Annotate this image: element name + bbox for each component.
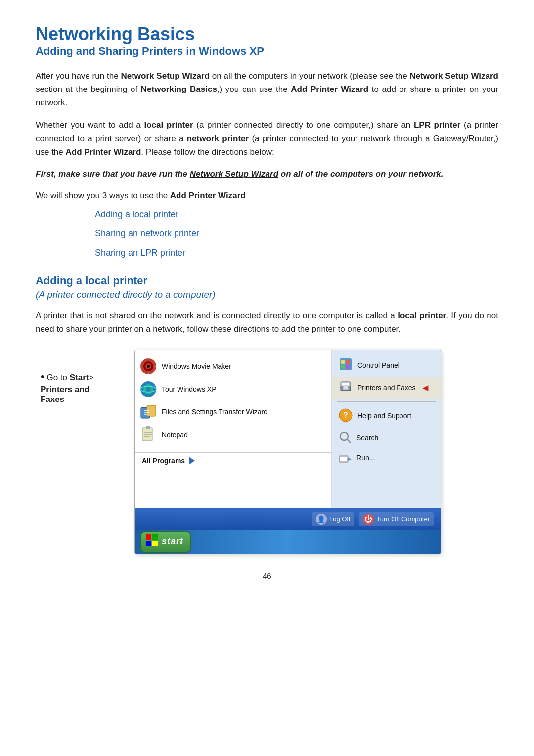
para2-b2: LPR printer: [414, 120, 460, 130]
notice-underline: Network Setup Wizard: [190, 169, 278, 178]
svg-point-28: [340, 432, 348, 440]
tour-icon: [140, 381, 157, 398]
run-icon: [339, 452, 352, 464]
page-number: 46: [36, 572, 498, 581]
page-subtitle: Adding and Sharing Printers in Windows X…: [36, 45, 498, 58]
intro-paragraph-1: After you have run the Network Setup Wiz…: [36, 69, 498, 110]
tour-label: Tour Windows XP: [162, 385, 216, 394]
menu-right-search[interactable]: Search: [332, 427, 441, 448]
run-label: Run...: [356, 454, 375, 462]
section2-body: A printer that is not shared on the netw…: [36, 309, 498, 336]
turn-off-button[interactable]: ⏻ Turn Off Computer: [359, 512, 434, 526]
start-button[interactable]: start: [140, 531, 191, 553]
menu-left-panel: Windows Movie Maker Tour Windows XP: [135, 350, 332, 508]
para1-mid3: ,) you can use the: [217, 85, 291, 94]
para2-b1: local printer: [144, 120, 193, 130]
para1-mid: on all the computers in your network (pl…: [210, 71, 410, 81]
start-menu-body: Windows Movie Maker Tour Windows XP: [135, 350, 441, 508]
taskbar-bottom-buttons: 👤 Log Off ⏻ Turn Off Computer: [135, 508, 441, 530]
svg-text:?: ?: [343, 411, 348, 419]
svg-rect-17: [341, 360, 345, 364]
para1-text: After you have run the: [36, 71, 121, 81]
para2-b4: Add Printer Wizard: [66, 147, 141, 157]
help-icon: ?: [339, 408, 353, 424]
transfer-icon: [140, 403, 157, 420]
section2-body-text: A printer that is not shared on the netw…: [36, 311, 398, 320]
printers-faxes-label: Printers and Faxes: [357, 384, 416, 392]
svg-rect-19: [341, 365, 345, 369]
para1-b4: Add Printer Wizard: [291, 85, 368, 94]
all-programs-label: All Programs: [142, 457, 185, 465]
arrow-indicator: ◄: [421, 382, 431, 394]
turn-off-label: Turn Off Computer: [376, 515, 430, 523]
svg-line-29: [347, 439, 351, 443]
intro-paragraph-2: Whether you want to add a local printer …: [36, 118, 498, 159]
start-menu-window: Windows Movie Maker Tour Windows XP: [134, 350, 441, 554]
svg-rect-18: [346, 360, 350, 364]
svg-marker-32: [348, 458, 352, 461]
ways-intro: We will show you 3 ways to use the Add P…: [36, 189, 498, 202]
svg-point-10: [146, 387, 151, 392]
svg-rect-22: [342, 383, 349, 386]
para2-mid: (a printer connected directly to one com…: [193, 120, 414, 130]
help-label: Help and Support: [357, 412, 411, 420]
ways-intro-text: We will show you 3 ways to use the: [36, 191, 170, 200]
list-item: Sharing an network printer: [95, 227, 498, 240]
notepad-label: Notepad: [162, 430, 188, 439]
para2-end: . Please follow the directions below:: [141, 147, 274, 157]
logoff-icon: 👤: [316, 514, 327, 525]
para1-mid2: section at the beginning of: [36, 85, 141, 94]
menu-item-movie-maker[interactable]: Windows Movie Maker: [135, 355, 331, 378]
right-divider: [337, 401, 436, 402]
section2-title: Adding a local printer: [36, 274, 498, 287]
bullet-point: •: [41, 370, 44, 383]
page-main-title: Networking Basics: [36, 24, 498, 44]
control-panel-icon: [339, 357, 353, 374]
search-icon: [339, 431, 352, 445]
control-panel-label: Control Panel: [357, 361, 400, 369]
para1-b2: Network Setup Wizard: [409, 71, 498, 81]
svg-rect-20: [346, 365, 350, 369]
menu-right-run[interactable]: Run...: [332, 448, 441, 468]
menu-item-transfer[interactable]: Files and Settings Transfer Wizard: [135, 400, 331, 423]
movie-maker-label: Windows Movie Maker: [162, 362, 231, 371]
screenshot-area: • Go to Start>Printers andFaxes: [36, 350, 498, 554]
para2-text: Whether you want to add a: [36, 120, 144, 130]
list-item: Adding a local printer: [95, 208, 498, 221]
section2-b1: local printer: [398, 311, 446, 320]
menu-item-tour[interactable]: Tour Windows XP: [135, 378, 331, 400]
left-label-instruction: Go to Start>Printers andFaxes: [41, 373, 93, 404]
all-programs-arrow-icon: [189, 457, 195, 465]
svg-rect-15: [146, 426, 150, 429]
svg-rect-36: [152, 541, 158, 546]
windows-logo-icon: [145, 534, 159, 550]
menu-right-control-panel[interactable]: Control Panel: [332, 354, 441, 377]
notepad-icon: [140, 426, 157, 443]
list-item: Sharing an LPR printer: [95, 246, 498, 260]
svg-rect-35: [146, 541, 151, 546]
start-button-label: start: [162, 536, 183, 547]
menu-right-panel: Control Panel Printers and Faxes ◄: [332, 350, 441, 508]
transfer-label: Files and Settings Transfer Wizard: [162, 407, 267, 416]
menu-right-help[interactable]: ? Help and Support: [332, 405, 441, 427]
para2-b3: network printer: [187, 134, 249, 143]
turnoff-icon: ⏻: [363, 514, 374, 525]
log-off-button[interactable]: 👤 Log Off: [312, 512, 354, 526]
menu-divider: [140, 449, 326, 449]
windows-taskbar: start: [135, 530, 441, 554]
svg-rect-24: [343, 386, 348, 390]
section2-subtitle: (A printer connected directly to a compu…: [36, 289, 498, 300]
svg-point-3: [147, 365, 150, 368]
svg-rect-34: [152, 534, 158, 540]
svg-point-25: [348, 387, 350, 389]
printer-ways-list: Adding a local printer Sharing an networ…: [36, 208, 498, 260]
para1-b3: Networking Basics: [141, 85, 217, 94]
search-label: Search: [356, 434, 378, 442]
menu-right-printers-faxes[interactable]: Printers and Faxes ◄: [332, 377, 441, 399]
para1-b1: Network Setup Wizard: [121, 71, 210, 81]
printers-faxes-icon: [339, 381, 353, 395]
svg-rect-13: [147, 405, 156, 416]
all-programs-bar[interactable]: All Programs: [135, 452, 331, 469]
movie-maker-icon: [140, 358, 157, 375]
menu-item-notepad[interactable]: Notepad: [135, 423, 331, 446]
